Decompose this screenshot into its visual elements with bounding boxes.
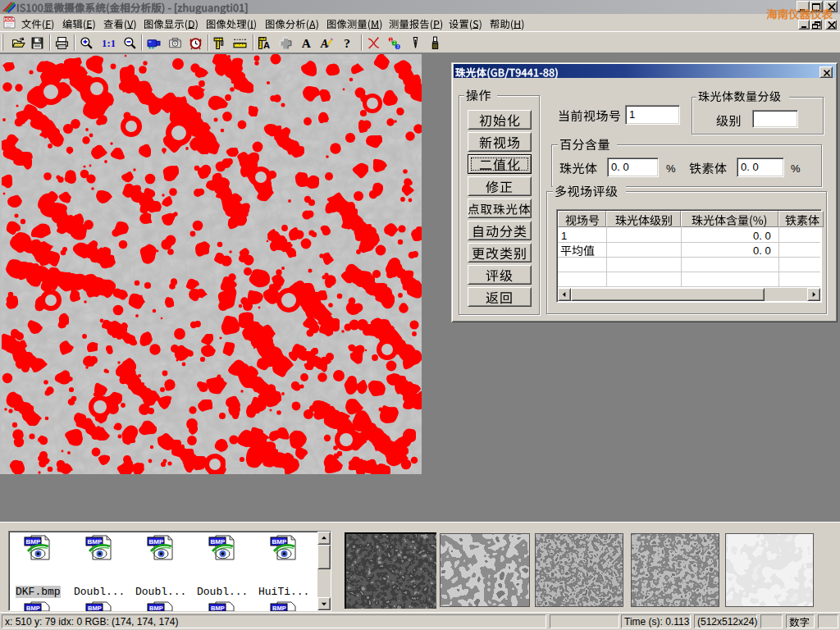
svg-text:BMP: BMP [149, 605, 163, 612]
svg-text:1:1: 1:1 [102, 38, 115, 49]
svg-text:A: A [302, 36, 311, 50]
svg-text:3: 3 [397, 45, 399, 49]
svg-text:1: 1 [390, 38, 392, 42]
svg-text:2: 2 [393, 41, 395, 45]
svg-text:BMP: BMP [88, 605, 102, 612]
svg-text:?: ? [344, 36, 350, 50]
svg-text:BMP: BMP [272, 605, 286, 612]
svg-text:BMP: BMP [26, 605, 40, 612]
svg-text:A: A [263, 40, 270, 50]
svg-text:BMP: BMP [211, 605, 225, 612]
